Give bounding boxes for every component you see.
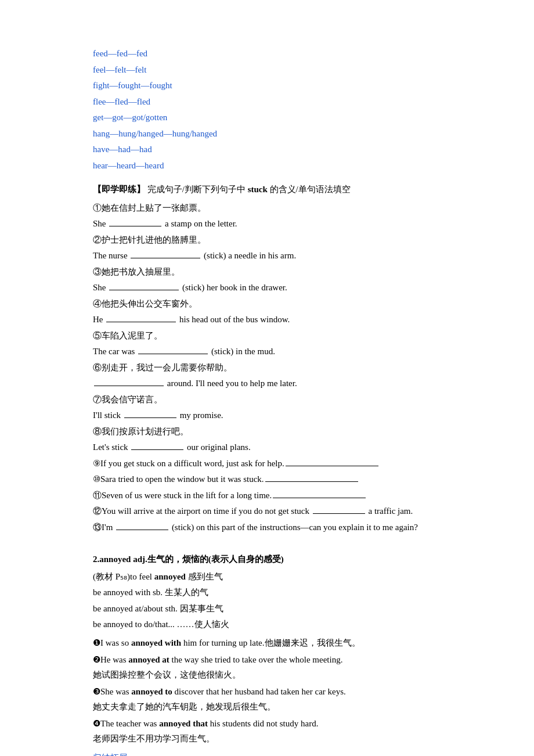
annoy-phrase-3: be annoyed to do/that... ……使人恼火 [93, 617, 441, 632]
exercise-10-en: ⑩Sara tried to open the window but it wa… [93, 472, 441, 487]
exercise-6-cn: ⑥别走开，我过一会儿需要你帮助。 [93, 361, 441, 376]
exercise-4-en: He his head out of the bus window. [93, 312, 441, 327]
vocab-line-2: feel—felt—felt [93, 63, 441, 78]
annoy-ex4-cn: 老师因学生不用功学习而生气。 [93, 732, 441, 747]
exercise-1-cn: ①她在信封上贴了一张邮票。 [93, 201, 441, 216]
annoy-ex1-en: ❶I was so annoyed with him for turning u… [93, 636, 441, 651]
annoy-example-4: ❹The teacher was annoyed that his studen… [93, 717, 441, 746]
exercise-7-cn: ⑦我会信守诺言。 [93, 393, 441, 408]
exercise-8-cn: ⑧我们按原计划进行吧。 [93, 424, 441, 440]
exercise-intro-text: 完成句子/判断下列句子中 stuck 的含义/单句语法填空 [147, 185, 351, 194]
annoy-example-2: ❷He was annoyed at the way she tried to … [93, 653, 441, 682]
exercise-3-en: She (stick) her book in the drawer. [93, 280, 441, 296]
exercise-10: ⑩Sara tried to open the window but it wa… [93, 472, 441, 487]
annoy-example-1: ❶I was so annoyed with him for turning u… [93, 636, 441, 651]
vocab-line-3: fight—fought—fought [93, 78, 441, 93]
exercise-2: ②护士把针扎进他的胳膊里。 The nurse (stick) a needle… [93, 233, 441, 264]
vocab-section: feed—fed—fed feel—felt—felt fight—fought… [93, 46, 441, 173]
exercise-13: ⑬I'm (stick) on this part of the instruc… [93, 520, 441, 535]
exercise-3-cn: ③她把书放入抽屉里。 [93, 265, 441, 280]
annoy-ex3-en: ❸She was annoyed to discover that her hu… [93, 685, 441, 700]
exercise-5: ⑤车陷入泥里了。 The car was (stick) in the mud. [93, 329, 441, 359]
annoy-section: 2.annoyed adj.生气的，烦恼的(表示人自身的感受) (教材 P₅₈)… [93, 552, 441, 756]
annoy-ex2-en: ❷He was annoyed at the way she tried to … [93, 653, 441, 668]
exercise-11: ⑪Seven of us were stuck in the lift for … [93, 488, 441, 503]
exercise-11-en: ⑪Seven of us were stuck in the lift for … [93, 488, 441, 503]
annoy-example-3: ❸She was annoyed to discover that her hu… [93, 685, 441, 714]
exercise-4-cn: ④他把头伸出公交车窗外。 [93, 297, 441, 312]
exercise-5-en: The car was (stick) in the mud. [93, 344, 441, 359]
exercise-1-en: She a stamp on the letter. [93, 217, 441, 232]
exercise-7: ⑦我会信守诺言。 I'll stick my promise. [93, 393, 441, 423]
annoy-textbook-ref: (教材 P₅₈)to feel annoyed 感到生气 [93, 570, 441, 585]
exercise-12: ⑫You will arrive at the airport on time … [93, 504, 441, 519]
exercise-13-en: ⑬I'm (stick) on this part of the instruc… [93, 520, 441, 535]
exercise-1: ①她在信封上贴了一张邮票。 She a stamp on the letter. [93, 201, 441, 232]
vocab-line-1: feed—fed—fed [93, 46, 441, 62]
exercise-9: ⑨If you get stuck on a difficult word, j… [93, 456, 441, 471]
exercise-7-en: I'll stick my promise. [93, 408, 441, 423]
exercise-5-cn: ⑤车陷入泥里了。 [93, 329, 441, 344]
annoy-ex3-cn: 她丈夫拿走了她的汽车钥匙，她发现后很生气。 [93, 700, 441, 715]
annoy-ex2-cn: 她试图操控整个会议，这使他很恼火。 [93, 668, 441, 683]
exercise-9-en: ⑨If you get stuck on a difficult word, j… [93, 456, 441, 471]
exercise-intro: 【即学即练】 完成句子/判断下列句子中 stuck 的含义/单句语法填空 [93, 182, 441, 197]
annoy-phrase-1: be annoyed with sb. 生某人的气 [93, 585, 441, 600]
vocab-line-8: hear—heard—heard [93, 159, 441, 174]
vocab-line-5: get—got—got/gotten [93, 110, 441, 125]
vocab-line-4: flee—fled—fled [93, 95, 441, 110]
exercise-intro-bracket: 【即学即练】 [93, 185, 145, 194]
exercise-2-en: The nurse (stick) a needle in his arm. [93, 249, 441, 264]
vocab-line-6: hang—hung/hanged—hung/hanged [93, 127, 441, 142]
exercise-4: ④他把头伸出公交车窗外。 He his head out of the bus … [93, 297, 441, 327]
expand-title: 归纳拓展： [93, 751, 441, 756]
exercise-6: ⑥别走开，我过一会儿需要你帮助。 around. I'll need you t… [93, 361, 441, 391]
exercise-2-cn: ②护士把针扎进他的胳膊里。 [93, 233, 441, 248]
annoy-title: 2.annoyed adj.生气的，烦恼的(表示人自身的感受) [93, 552, 441, 567]
exercise-6-en: around. I'll need you to help me later. [93, 376, 441, 391]
exercise-3: ③她把书放入抽屉里。 She (stick) her book in the d… [93, 265, 441, 296]
exercise-12-en: ⑫You will arrive at the airport on time … [93, 504, 441, 519]
annoy-phrase-2: be annoyed at/about sth. 因某事生气 [93, 602, 441, 617]
vocab-line-7: have—had—had [93, 142, 441, 157]
annoy-ex4-en: ❹The teacher was annoyed that his studen… [93, 717, 441, 732]
exercise-8-en: Let's stick our original plans. [93, 440, 441, 455]
exercise-8: ⑧我们按原计划进行吧。 Let's stick our original pla… [93, 424, 441, 455]
